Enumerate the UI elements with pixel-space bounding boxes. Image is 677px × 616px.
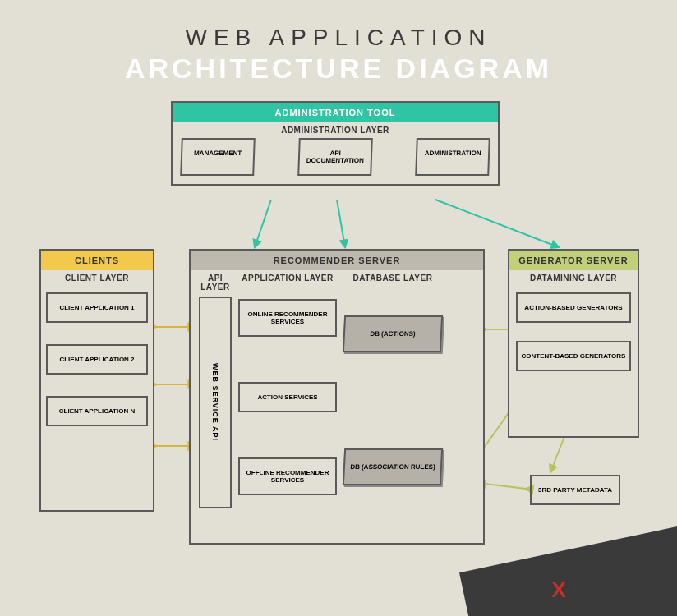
recommender-header: RECOMMENDER SERVER [191, 251, 483, 270]
admin-layer-label: ADMINISTRATION LAYER [173, 122, 498, 138]
third-party-metadata-box: 3RD PARTY METADATA [530, 475, 620, 505]
client-app-1-box: CLIENT APPLICATION 1 [46, 292, 148, 323]
api-layer-label: API LAYER [199, 270, 232, 295]
architecture-diagram: ADMINISTRATION TOOL ADMINISTRATION LAYER… [0, 101, 677, 561]
db-association-rules-box: DB (ASSOCIATION RULES) [343, 448, 443, 485]
title-line-2: ARCHITECTURE DIAGRAM [0, 53, 677, 85]
admin-header: ADMINISTRATION TOOL [173, 103, 498, 122]
action-based-generators-box: ACTION-BASED GENERATORS [516, 292, 631, 323]
db-actions-box: DB (ACTIONS) [343, 315, 443, 352]
database-layer-label: DATABASE LAYER [343, 270, 442, 286]
client-layer-label: CLIENT LAYER [41, 270, 153, 286]
logo-post: ISTEK [566, 577, 652, 603]
application-layer-label: APPLICATION LAYER [238, 270, 337, 286]
administration-box: ADMINISTRATION [415, 138, 490, 176]
title-line-1: WEB APPLICATION [0, 25, 677, 51]
generator-header: GENERATOR SERVER [509, 251, 638, 270]
web-service-api-box: WEB SERVICE API [199, 297, 232, 508]
content-based-generators-box: CONTENT-BASED GENERATORS [516, 341, 631, 371]
client-app-n-box: CLIENT APPLICATION N [46, 396, 148, 426]
online-recommender-box: ONLINE RECOMMENDER SERVICES [238, 299, 337, 337]
generator-server-panel: GENERATOR SERVER DATAMINING LAYER ACTION… [508, 249, 639, 438]
clients-panel: CLIENTS CLIENT LAYER CLIENT APPLICATION … [39, 249, 154, 512]
diagram-title: WEB APPLICATION ARCHITECTURE DIAGRAM [0, 0, 677, 85]
administration-tool-panel: ADMINISTRATION TOOL ADMINISTRATION LAYER… [171, 101, 500, 186]
action-services-box: ACTION SERVICES [238, 382, 337, 412]
client-app-2-box: CLIENT APPLICATION 2 [46, 344, 148, 375]
clients-header: CLIENTS [41, 251, 153, 270]
recommender-server-panel: RECOMMENDER SERVER API LAYER WEB SERVICE… [189, 249, 485, 545]
management-box: MANAGEMENT [180, 138, 256, 176]
api-documentation-box: API DOCUMENTATION [297, 138, 373, 176]
datamining-layer-label: DATAMINING LAYER [509, 270, 638, 286]
existek-logo: E X ISTEK [537, 577, 652, 603]
offline-recommender-box: OFFLINE RECOMMENDER SERVICES [238, 457, 337, 495]
web-service-api-label: WEB SERVICE API [211, 363, 219, 441]
